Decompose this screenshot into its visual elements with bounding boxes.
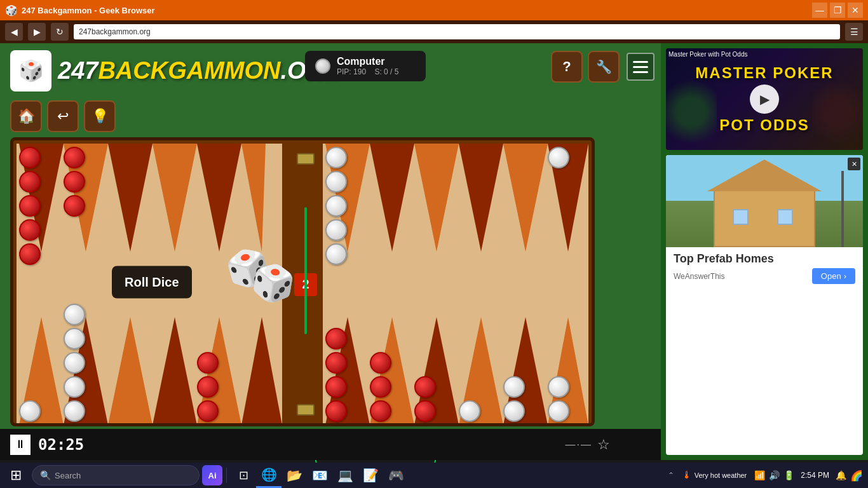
checker[interactable] xyxy=(64,352,85,374)
point-24-checkers xyxy=(548,376,569,423)
checker[interactable] xyxy=(64,171,85,193)
checker[interactable] xyxy=(414,400,436,422)
backgammon-board[interactable]: 2 xyxy=(10,137,595,426)
checker[interactable] xyxy=(64,328,85,349)
point-11-checkers xyxy=(64,146,85,217)
prefab-open-button[interactable]: Open › xyxy=(812,268,855,284)
url-bar[interactable]: 247backgammon.org xyxy=(74,24,840,39)
checker[interactable] xyxy=(325,352,347,374)
weather-thermometer-icon: 🌡 xyxy=(682,470,692,481)
checker[interactable] xyxy=(370,352,391,374)
start-button[interactable]: ⊞ xyxy=(0,463,32,488)
checker[interactable] xyxy=(414,376,436,398)
svg-marker-4 xyxy=(197,144,241,252)
undo-button[interactable]: ↩ xyxy=(47,100,79,132)
checker[interactable] xyxy=(325,376,347,398)
close-button[interactable]: ✕ xyxy=(848,3,863,18)
checker[interactable] xyxy=(197,400,219,422)
taskbar-app-task-view[interactable]: ⊡ xyxy=(231,463,256,488)
checker[interactable] xyxy=(325,147,347,168)
checker[interactable] xyxy=(459,400,480,422)
poker-ad[interactable]: Master Poker with Pot Odds MASTER POKER … xyxy=(666,48,863,150)
notification-icon-btn[interactable]: 🔔 xyxy=(836,470,846,480)
checker[interactable] xyxy=(325,171,347,193)
logo-text: 247BACKGAMMON.ORG xyxy=(58,57,342,85)
checker[interactable] xyxy=(64,147,85,168)
network-icon-btn[interactable]: 📶 xyxy=(754,470,765,480)
checker[interactable] xyxy=(19,147,41,168)
checker[interactable] xyxy=(325,243,347,265)
home-button[interactable]: 🏠 xyxy=(10,100,42,132)
roll-dice-button[interactable]: Roll Dice xyxy=(112,266,192,298)
checker[interactable] xyxy=(325,400,347,422)
minimize-button[interactable]: — xyxy=(812,3,827,18)
maximize-button[interactable]: ❐ xyxy=(830,3,845,18)
computer-player-info: Computer PIP: 190 S: 0 / 5 xyxy=(337,56,398,76)
taskbar-app-explorer[interactable]: 📂 xyxy=(281,463,307,488)
point-1-checkers xyxy=(19,400,41,423)
checker[interactable] xyxy=(370,400,391,422)
wrench-button[interactable]: 🔧 xyxy=(588,51,620,83)
volume-icon-btn[interactable]: 🔊 xyxy=(769,470,780,480)
checker[interactable] xyxy=(370,376,391,398)
checker[interactable] xyxy=(197,352,219,374)
computer-name: Computer xyxy=(337,56,398,67)
prefab-open-label: Open xyxy=(821,271,841,281)
taskbar-app-mail[interactable]: 📧 xyxy=(307,463,332,488)
point-12-checkers xyxy=(19,146,41,266)
taskbar-app-terminal[interactable]: 💻 xyxy=(332,463,358,488)
checker[interactable] xyxy=(64,376,85,398)
poker-ad-bg: Master Poker with Pot Odds MASTER POKER … xyxy=(666,48,863,150)
poker-play-btn[interactable]: ▶ xyxy=(750,85,779,114)
svg-marker-15 xyxy=(459,144,503,252)
hint-button[interactable]: 💡 xyxy=(84,100,116,132)
clock-display[interactable]: 2:54 PM xyxy=(798,471,832,480)
logo-dice-icon: 🎲 xyxy=(10,50,51,92)
back-button[interactable]: ◀ xyxy=(5,23,23,41)
pause-button[interactable]: ⏸ xyxy=(10,435,31,455)
checker[interactable] xyxy=(503,400,525,422)
checker[interactable] xyxy=(503,376,525,398)
checker[interactable] xyxy=(19,400,41,422)
taskbar-app-edge[interactable]: 🌐 xyxy=(256,463,281,488)
color-widget-icon[interactable]: 🌈 xyxy=(850,470,863,482)
svg-marker-13 xyxy=(370,144,414,252)
checker[interactable] xyxy=(325,328,347,349)
checker[interactable] xyxy=(64,195,85,217)
checker[interactable] xyxy=(548,147,569,168)
checker[interactable] xyxy=(325,219,347,241)
battery-icon-btn[interactable]: 🔋 xyxy=(783,470,794,480)
prefab-ad[interactable]: ✕ Top Prefab Homes WeAnswerThis Open › xyxy=(666,155,863,455)
prefab-ad-close[interactable]: ✕ xyxy=(848,158,860,170)
game-section: 🎲 247BACKGAMMON.ORG Computer PIP: 190 xyxy=(0,43,661,460)
question-button[interactable]: ? xyxy=(551,51,583,83)
checker[interactable] xyxy=(197,376,219,398)
checker[interactable] xyxy=(19,219,41,241)
checker[interactable] xyxy=(19,195,41,217)
titlebar-favicon: 🎲 xyxy=(5,4,18,17)
system-tray-expand[interactable]: ⌃ xyxy=(668,471,674,480)
star-favorite-icon[interactable]: ☆ xyxy=(597,437,610,453)
settings-browser-button[interactable]: ☰ xyxy=(845,23,863,41)
forward-button[interactable]: ▶ xyxy=(28,23,46,41)
ai-label: Ai xyxy=(208,471,217,480)
checker[interactable] xyxy=(64,400,85,422)
checker[interactable] xyxy=(548,400,569,422)
mail-icon: 📧 xyxy=(312,468,328,483)
checker[interactable] xyxy=(64,304,85,325)
computer-pip-label: PIP: xyxy=(337,67,351,76)
ai-button[interactable]: Ai xyxy=(202,465,222,485)
checker[interactable] xyxy=(19,171,41,193)
weather-widget[interactable]: 🌡 Very hot weather xyxy=(678,470,751,481)
taskbar-app-extra[interactable]: 🎮 xyxy=(383,463,409,488)
checker[interactable] xyxy=(325,195,347,217)
refresh-button[interactable]: ↻ xyxy=(51,23,69,41)
point-22-checkers xyxy=(459,400,480,423)
checker[interactable] xyxy=(548,376,569,398)
checker[interactable] xyxy=(19,243,41,265)
taskbar-app-vscode[interactable]: 📝 xyxy=(358,463,383,488)
svg-marker-9 xyxy=(153,317,197,425)
taskbar-search-bar[interactable]: 🔍 Search xyxy=(32,465,200,485)
computer-stats: PIP: 190 S: 0 / 5 xyxy=(337,67,398,76)
hamburger-menu[interactable] xyxy=(627,53,654,81)
